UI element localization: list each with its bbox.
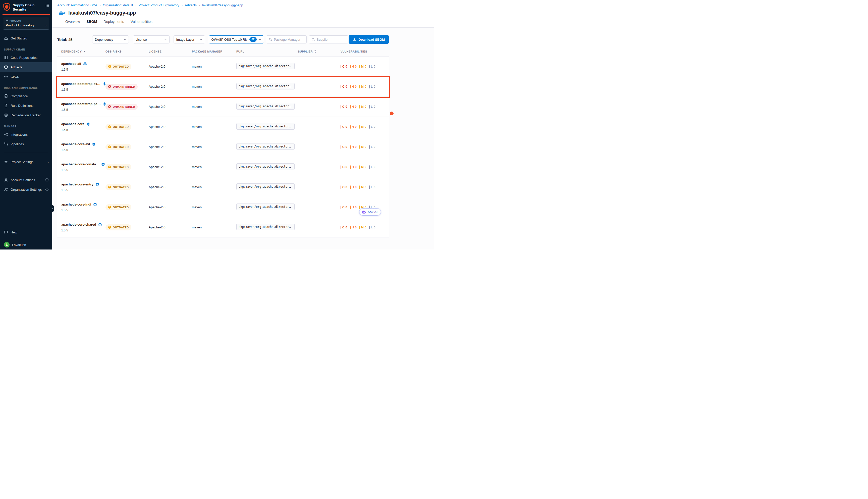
project-name: Product Exploratory	[6, 23, 34, 27]
dependency-name: apacheds-core-entry	[61, 182, 106, 186]
dependency-name: apacheds-core-avl	[61, 142, 106, 146]
vulnerability-counts[interactable]: C0H0M0L0	[340, 85, 389, 88]
sidebar-item-integrations[interactable]: Integrations	[0, 130, 52, 139]
purl-value[interactable]: pkg:maven/org.apache.directory.s…	[236, 204, 295, 210]
module-switcher-icon[interactable]	[46, 3, 49, 7]
sidebar-item-pipelines[interactable]: Pipelines	[0, 139, 52, 149]
vulnerability-counts[interactable]: C0H0M0L0	[340, 105, 389, 109]
license: Apache-2.0	[149, 185, 192, 189]
vulnerability-counts[interactable]: C0H0M0L0	[340, 185, 389, 189]
breadcrumb-link[interactable]: Project: Product Exploratory	[139, 3, 179, 7]
search-package-manager-input[interactable]	[274, 38, 304, 41]
purl-value[interactable]: pkg:maven/org.apache.directory.s…	[236, 163, 295, 170]
search-supplier-input[interactable]	[317, 38, 346, 41]
package-manager: maven	[192, 205, 236, 209]
purl-value[interactable]: pkg:maven/org.apache.directory.s…	[236, 103, 295, 110]
sort-desc-icon	[83, 51, 85, 52]
table-row[interactable]: apacheds-bootstrap-ex…1.5.5UNMAINTAINEDA…	[57, 77, 389, 97]
package-manager: maven	[192, 145, 236, 149]
vuln-count-h: H0	[350, 65, 356, 68]
breadcrumb-link[interactable]: Artifacts	[185, 3, 197, 7]
breadcrumb-link[interactable]: Organization: default	[103, 3, 133, 7]
robot-icon	[362, 210, 366, 214]
sidebar-item-get-started[interactable]: Get Started	[0, 34, 52, 43]
purl-value[interactable]: pkg:maven/org.apache.directory.s…	[236, 83, 295, 89]
tracker-icon	[4, 113, 8, 117]
vulnerability-counts[interactable]: C0H0M0L0	[340, 65, 389, 68]
layers-icon	[98, 223, 102, 227]
dependency-version: 1.5.5	[61, 68, 106, 71]
vuln-count-c: C0	[340, 125, 347, 129]
column-header-dependency[interactable]: DEPENDENCY	[61, 50, 106, 53]
purl-value[interactable]: pkg:maven/org.apache.directory.s…	[236, 143, 295, 150]
sidebar-item-compliance[interactable]: Compliance	[0, 91, 52, 101]
table-row[interactable]: apacheds-core-jndi1.5.5OUTDATEDApache-2.…	[57, 197, 389, 217]
download-sbom-button[interactable]: Download SBOM	[349, 35, 389, 44]
column-header-supplier[interactable]: SUPPLIER	[298, 50, 340, 53]
sidebar-item-artifacts[interactable]: Artifacts	[0, 62, 52, 72]
table-row[interactable]: apacheds-core-consta…1.5.5OUTDATEDApache…	[57, 157, 389, 177]
sidebar-item-remediation-tracker[interactable]: Remediation Tracker	[0, 110, 52, 120]
package-manager: maven	[192, 226, 236, 229]
chevron-right-icon: ›	[45, 23, 47, 27]
ban-icon	[108, 105, 111, 108]
sort-both-icon	[314, 50, 317, 53]
purl-value[interactable]: pkg:maven/org.apache.directory.s…	[236, 123, 295, 130]
vulnerability-counts[interactable]: C0H0M0L0	[340, 145, 389, 149]
table-row[interactable]: apacheds-core-shared1.5.5OUTDATEDApache-…	[57, 217, 389, 238]
oss-risk-badge: OUTDATED	[106, 224, 131, 230]
dependency-name: apacheds-bootstrap-pa…	[61, 102, 106, 106]
search-icon	[269, 38, 272, 41]
column-header-oss-risks: OSS RISKS	[106, 50, 149, 53]
tab-deployments[interactable]: Deployments	[103, 20, 124, 27]
purl-value[interactable]: pkg:maven/org.apache.directory.s…	[236, 223, 295, 230]
breadcrumb-link[interactable]: lavakush07/easy-buggy-app	[202, 3, 243, 7]
sidebar-item-rule-definitions[interactable]: Rule Definitions	[0, 101, 52, 110]
license: Apache-2.0	[149, 105, 192, 109]
sidebar-item-help[interactable]: Help	[0, 227, 52, 237]
filter-dropdown-image-layer[interactable]: Image Layer	[174, 35, 205, 44]
filter-count-badge: 02	[249, 37, 257, 41]
vulnerability-counts[interactable]: C0H0M0L0	[340, 125, 389, 129]
sidebar-bottom: Help L Lavakush	[0, 227, 52, 250]
table-row[interactable]: apacheds-core1.5.5OUTDATEDApache-2.0mave…	[57, 117, 389, 137]
oss-risk-badge: OUTDATED	[106, 204, 131, 210]
vuln-count-m: M0	[359, 145, 367, 149]
scs-shield-logo-icon	[3, 3, 11, 11]
sidebar-item-account-settings[interactable]: Account Settings	[0, 175, 52, 185]
sidebar-section-label: RISK AND COMPLIANCE	[0, 82, 52, 91]
license: Apache-2.0	[149, 226, 192, 229]
table-row[interactable]: apacheds-core-avl1.5.5OUTDATEDApache-2.0…	[57, 137, 389, 157]
sidebar-item-code-repositories[interactable]: Code Repositories	[0, 53, 52, 62]
table-row[interactable]: apacheds-all1.5.5OUTDATEDApache-2.0maven…	[57, 57, 389, 77]
tab-vulnerabilities[interactable]: Vulnerabilities	[131, 20, 152, 27]
sidebar-item-organization-settings[interactable]: Organization Settings	[0, 185, 52, 194]
vuln-count-c: C0	[340, 226, 347, 229]
purl-value[interactable]: pkg:maven/org.apache.directory.s…	[236, 183, 295, 190]
breadcrumb-link[interactable]: Account: Automation-SSCA	[57, 3, 97, 7]
vulnerability-counts[interactable]: C0H0M0L0	[340, 226, 389, 229]
tab-overview[interactable]: Overview	[65, 20, 80, 27]
filter-dropdown-dependency[interactable]: Dependency	[92, 35, 129, 44]
vuln-count-h: H0	[350, 185, 356, 189]
purl-value[interactable]: pkg:maven/org.apache.directory.s…	[236, 63, 295, 69]
sidebar-item-ci-cd[interactable]: CI/CD	[0, 72, 52, 82]
tab-sbom[interactable]: SBOM	[86, 20, 97, 27]
table-row[interactable]: apacheds-bootstrap-pa…1.5.5UNMAINTAINEDA…	[57, 97, 389, 117]
info-icon[interactable]	[45, 188, 49, 191]
chevron-down-icon	[164, 39, 167, 40]
module-accent-underline	[2, 14, 50, 15]
search-supplier	[309, 35, 348, 44]
column-header-purl: PURL	[236, 50, 298, 53]
user-menu[interactable]: L Lavakush	[0, 240, 52, 250]
filter-dropdown-license[interactable]: License	[133, 35, 170, 44]
vulnerability-counts[interactable]: C0H0M0L0	[340, 165, 389, 169]
column-header-license: LICENSE	[149, 50, 192, 53]
info-icon[interactable]	[45, 178, 49, 182]
sidebar-item-project-settings[interactable]: Project Settings›	[0, 157, 52, 167]
ask-ai-button[interactable]: Ask AI	[359, 208, 381, 216]
docker-icon	[59, 10, 66, 15]
filter-dropdown-owasp-oss-top-10-risks[interactable]: OWASP OSS Top 10 Risks02	[209, 35, 264, 44]
table-row[interactable]: apacheds-core-entry1.5.5OUTDATEDApache-2…	[57, 177, 389, 197]
project-selector[interactable]: PROJECT Product Exploratory ›	[3, 17, 49, 30]
